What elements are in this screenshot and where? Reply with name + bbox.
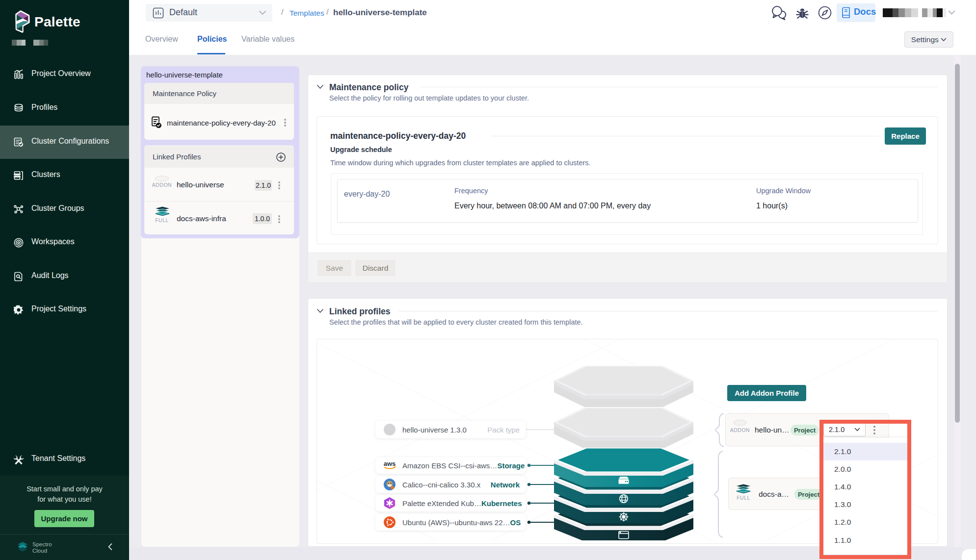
svg-text:aws: aws	[384, 460, 396, 467]
